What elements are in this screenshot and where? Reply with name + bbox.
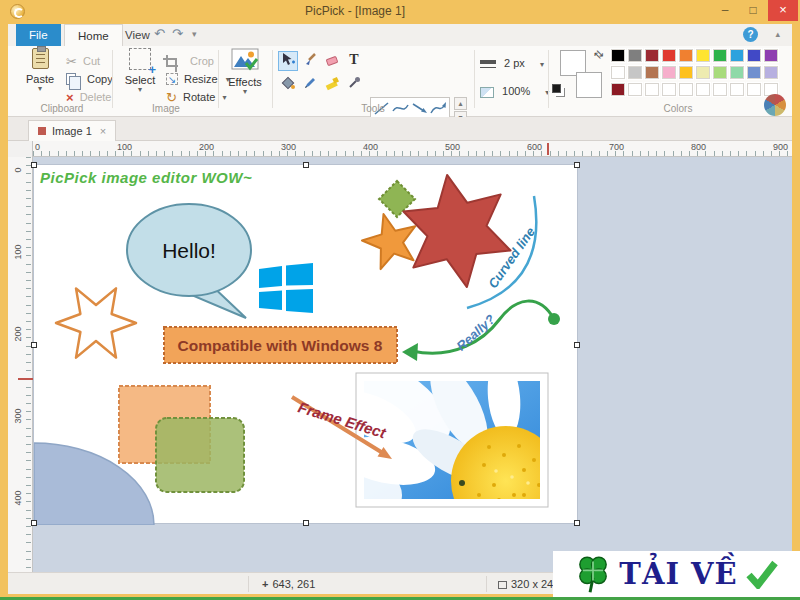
- ruler-label: 200: [13, 326, 23, 342]
- color-swatch[interactable]: [610, 65, 626, 80]
- default-colors-icon[interactable]: [552, 84, 561, 93]
- ruler-label: 400: [13, 490, 23, 506]
- checkmark-icon: [745, 559, 779, 589]
- select-dropdown-icon: ▾: [118, 86, 162, 93]
- move-tool-icon: [280, 52, 296, 68]
- selection-handle[interactable]: [303, 162, 309, 168]
- color-swatch[interactable]: [610, 48, 626, 63]
- fill-tool-button[interactable]: [278, 74, 298, 94]
- highlighter-tool-button[interactable]: [322, 74, 342, 94]
- maximize-button[interactable]: □: [740, 0, 766, 21]
- color-swatch[interactable]: [661, 82, 677, 97]
- color-swatch[interactable]: [627, 82, 643, 97]
- selection-handle[interactable]: [31, 162, 37, 168]
- effects-dropdown-icon: ▾: [222, 88, 268, 95]
- help-icon[interactable]: ?: [743, 27, 758, 42]
- color-swatch[interactable]: [763, 48, 779, 63]
- crop-button[interactable]: Crop: [166, 52, 214, 69]
- cursor-coordinates: +643, 261: [262, 573, 315, 595]
- color-wheel-icon: [764, 94, 786, 116]
- redo-icon[interactable]: ↷: [172, 26, 183, 41]
- color-swatch[interactable]: [644, 82, 660, 97]
- swap-colors-icon[interactable]: ⇄: [591, 47, 607, 63]
- bubble-text: Hello!: [162, 239, 216, 262]
- horizontal-ruler: 0100200300400500600700800900: [8, 141, 792, 157]
- minimize-button[interactable]: –: [712, 0, 738, 21]
- color-swatch[interactable]: [746, 48, 762, 63]
- color-swatch[interactable]: [729, 48, 745, 63]
- really-curve: Really?: [402, 301, 560, 361]
- color-swatch[interactable]: [627, 65, 643, 80]
- close-button[interactable]: ×: [768, 0, 798, 21]
- group-separator: [218, 50, 219, 108]
- text-tool-button[interactable]: T: [344, 51, 364, 71]
- color-swatch[interactable]: [712, 48, 728, 63]
- document-tab-image1[interactable]: Image 1×: [28, 120, 116, 141]
- crosshair-icon: +: [262, 578, 268, 590]
- picpick-window: PicPick - [Image 1] – □ × File Home View…: [0, 0, 800, 600]
- selection-handle[interactable]: [31, 342, 37, 348]
- canvas-drawing: PicPick image editor WOW~ Hello!: [34, 165, 579, 525]
- pen-tool-button[interactable]: [300, 74, 320, 94]
- color-swatch[interactable]: [746, 65, 762, 80]
- color-swatch[interactable]: [729, 82, 745, 97]
- ruler-label: 500: [445, 142, 460, 152]
- color-swatch[interactable]: [729, 65, 745, 80]
- resize-icon: ↘: [166, 73, 178, 85]
- color-swatch[interactable]: [627, 48, 643, 63]
- selection-handle[interactable]: [574, 162, 580, 168]
- color-swatch[interactable]: [661, 65, 677, 80]
- selection-size: 320 x 240: [498, 573, 559, 595]
- line-width-selector[interactable]: 2 px ▾: [480, 54, 544, 72]
- tab-close-icon[interactable]: ×: [100, 125, 106, 137]
- compatible-box: Compatible with Windows 8: [164, 327, 397, 363]
- color-swatch[interactable]: [678, 82, 694, 97]
- color-swatch[interactable]: [610, 82, 626, 97]
- color-swatch[interactable]: [678, 48, 694, 63]
- line-width-icon: [480, 60, 496, 68]
- cut-button[interactable]: ✂ Cut: [66, 52, 100, 69]
- selection-handle[interactable]: [31, 520, 37, 526]
- color-palette: [610, 48, 790, 99]
- color-swatch[interactable]: [644, 65, 660, 80]
- color-swatch[interactable]: [763, 65, 779, 80]
- copy-button[interactable]: Copy: [66, 70, 113, 87]
- selection-handle[interactable]: [574, 342, 580, 348]
- effects-icon: [231, 48, 259, 72]
- color-swatch[interactable]: [712, 65, 728, 80]
- cut-icon: ✂: [66, 53, 77, 70]
- selection-handle[interactable]: [303, 520, 309, 526]
- undo-icon[interactable]: ↶: [154, 26, 165, 41]
- resize-button[interactable]: ↘ Resize ▾: [166, 70, 230, 87]
- background-color-swatch[interactable]: [576, 72, 602, 98]
- selection-handle[interactable]: [574, 520, 580, 526]
- color-swatch[interactable]: [695, 65, 711, 80]
- color-swatch[interactable]: [644, 48, 660, 63]
- color-swatch[interactable]: [695, 48, 711, 63]
- canvas-heading-text: PicPick image editor WOW~: [40, 169, 252, 186]
- effects-button[interactable]: Effects ▾: [222, 48, 268, 112]
- canvas[interactable]: PicPick image editor WOW~ Hello!: [33, 164, 578, 524]
- copy-icon: [66, 73, 76, 85]
- highlighter-tool-icon: [324, 75, 340, 91]
- eraser-tool-button[interactable]: [322, 51, 342, 71]
- brush-tool-button[interactable]: [300, 51, 320, 71]
- collapse-ribbon-icon[interactable]: ▴: [775, 29, 780, 39]
- select-icon: [129, 48, 151, 70]
- pen-tool-icon: [302, 75, 318, 91]
- ruler-label: 600: [527, 142, 542, 152]
- palette-row: [610, 48, 790, 65]
- quick-access-dropdown-icon[interactable]: ▾: [192, 29, 197, 39]
- tab-file[interactable]: File: [16, 24, 61, 46]
- color-swatch[interactable]: [678, 65, 694, 80]
- color-swatch[interactable]: [695, 82, 711, 97]
- ruler-label: 0: [35, 142, 40, 152]
- paste-icon: [32, 48, 49, 69]
- paste-dropdown-icon: ▾: [18, 85, 62, 92]
- eyedropper-tool-button[interactable]: [344, 74, 364, 94]
- color-swatch[interactable]: [712, 82, 728, 97]
- ribbon: Paste ▾ ✂ Cut Copy × Delete Clipboard Se…: [8, 46, 792, 117]
- zoom-selector[interactable]: 100% ▾: [480, 82, 549, 100]
- move-tool-button[interactable]: [278, 51, 298, 71]
- color-swatch[interactable]: [661, 48, 677, 63]
